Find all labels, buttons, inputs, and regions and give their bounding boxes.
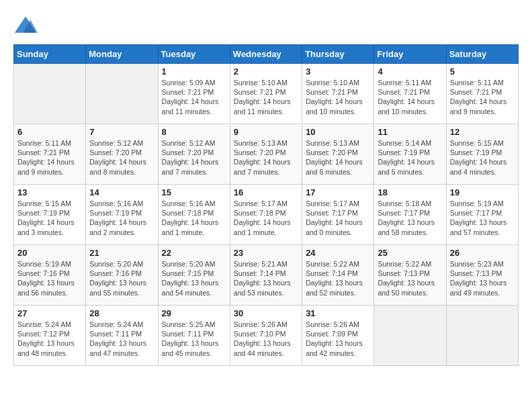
day-info: Sunrise: 5:22 AMSunset: 7:13 PMDaylight:… bbox=[378, 259, 442, 298]
calendar-table: SundayMondayTuesdayWednesdayThursdayFrid… bbox=[13, 44, 519, 366]
day-number: 28 bbox=[89, 308, 154, 318]
day-info: Sunrise: 5:15 AMSunset: 7:19 PMDaylight:… bbox=[17, 199, 82, 237]
day-number: 6 bbox=[17, 127, 82, 137]
calendar-cell: 25Sunrise: 5:22 AMSunset: 7:13 PMDayligh… bbox=[374, 245, 446, 306]
header-day: Saturday bbox=[446, 45, 518, 64]
day-number: 17 bbox=[306, 187, 370, 197]
day-number: 29 bbox=[162, 308, 226, 318]
day-info: Sunrise: 5:26 AMSunset: 7:10 PMDaylight:… bbox=[234, 320, 298, 358]
day-info: Sunrise: 5:13 AMSunset: 7:20 PMDaylight:… bbox=[234, 138, 298, 177]
day-number: 4 bbox=[378, 66, 442, 77]
day-info: Sunrise: 5:11 AMSunset: 7:21 PMDaylight:… bbox=[450, 78, 515, 116]
day-info: Sunrise: 5:15 AMSunset: 7:19 PMDaylight:… bbox=[450, 138, 515, 177]
day-number: 30 bbox=[234, 308, 298, 318]
calendar-cell: 18Sunrise: 5:18 AMSunset: 7:17 PMDayligh… bbox=[374, 185, 446, 245]
logo-icon bbox=[13, 13, 38, 38]
calendar-cell: 22Sunrise: 5:20 AMSunset: 7:15 PMDayligh… bbox=[158, 245, 230, 306]
day-number: 20 bbox=[17, 248, 82, 258]
day-info: Sunrise: 5:12 AMSunset: 7:20 PMDaylight:… bbox=[162, 138, 226, 177]
header-day: Thursday bbox=[302, 45, 374, 64]
day-number: 19 bbox=[450, 187, 515, 197]
day-number: 18 bbox=[378, 187, 442, 197]
day-number: 22 bbox=[162, 248, 226, 258]
calendar-cell: 17Sunrise: 5:17 AMSunset: 7:17 PMDayligh… bbox=[302, 185, 374, 245]
header-day: Tuesday bbox=[158, 45, 230, 64]
header-row: SundayMondayTuesdayWednesdayThursdayFrid… bbox=[14, 45, 519, 64]
calendar-cell: 4Sunrise: 5:11 AMSunset: 7:21 PMDaylight… bbox=[374, 64, 446, 124]
day-number: 21 bbox=[89, 248, 154, 258]
day-info: Sunrise: 5:19 AMSunset: 7:16 PMDaylight:… bbox=[17, 259, 82, 298]
day-info: Sunrise: 5:21 AMSunset: 7:14 PMDaylight:… bbox=[234, 259, 298, 298]
calendar-cell: 7Sunrise: 5:12 AMSunset: 7:20 PMDaylight… bbox=[86, 124, 158, 185]
day-number: 10 bbox=[306, 127, 370, 137]
calendar-cell bbox=[14, 64, 86, 124]
header-day: Monday bbox=[86, 45, 158, 64]
calendar-cell: 14Sunrise: 5:16 AMSunset: 7:19 PMDayligh… bbox=[86, 185, 158, 245]
day-info: Sunrise: 5:22 AMSunset: 7:14 PMDaylight:… bbox=[306, 259, 370, 298]
day-number: 5 bbox=[450, 66, 515, 77]
day-info: Sunrise: 5:14 AMSunset: 7:19 PMDaylight:… bbox=[378, 138, 442, 177]
day-info: Sunrise: 5:16 AMSunset: 7:19 PMDaylight:… bbox=[89, 199, 154, 237]
calendar-cell: 6Sunrise: 5:11 AMSunset: 7:21 PMDaylight… bbox=[14, 124, 86, 185]
calendar-cell: 11Sunrise: 5:14 AMSunset: 7:19 PMDayligh… bbox=[374, 124, 446, 185]
calendar-cell: 24Sunrise: 5:22 AMSunset: 7:14 PMDayligh… bbox=[302, 245, 374, 306]
day-info: Sunrise: 5:10 AMSunset: 7:21 PMDaylight:… bbox=[306, 78, 370, 116]
page-header bbox=[13, 13, 519, 38]
calendar-cell: 16Sunrise: 5:17 AMSunset: 7:18 PMDayligh… bbox=[230, 185, 302, 245]
calendar-cell: 10Sunrise: 5:13 AMSunset: 7:20 PMDayligh… bbox=[302, 124, 374, 185]
day-info: Sunrise: 5:20 AMSunset: 7:16 PMDaylight:… bbox=[89, 259, 154, 298]
day-info: Sunrise: 5:11 AMSunset: 7:21 PMDaylight:… bbox=[378, 78, 442, 116]
calendar-cell: 30Sunrise: 5:26 AMSunset: 7:10 PMDayligh… bbox=[230, 306, 302, 366]
day-info: Sunrise: 5:16 AMSunset: 7:18 PMDaylight:… bbox=[162, 199, 226, 237]
day-number: 26 bbox=[450, 248, 515, 258]
calendar-cell: 5Sunrise: 5:11 AMSunset: 7:21 PMDaylight… bbox=[446, 64, 518, 124]
calendar-cell: 20Sunrise: 5:19 AMSunset: 7:16 PMDayligh… bbox=[14, 245, 86, 306]
day-info: Sunrise: 5:13 AMSunset: 7:20 PMDaylight:… bbox=[306, 138, 370, 177]
day-info: Sunrise: 5:23 AMSunset: 7:13 PMDaylight:… bbox=[450, 259, 515, 298]
day-info: Sunrise: 5:11 AMSunset: 7:21 PMDaylight:… bbox=[17, 138, 82, 177]
calendar-cell bbox=[374, 306, 446, 366]
day-number: 14 bbox=[89, 187, 154, 197]
calendar-cell: 31Sunrise: 5:26 AMSunset: 7:09 PMDayligh… bbox=[302, 306, 374, 366]
calendar-cell: 19Sunrise: 5:19 AMSunset: 7:17 PMDayligh… bbox=[446, 185, 518, 245]
header-day: Sunday bbox=[14, 45, 86, 64]
day-info: Sunrise: 5:19 AMSunset: 7:17 PMDaylight:… bbox=[450, 199, 515, 237]
day-info: Sunrise: 5:17 AMSunset: 7:18 PMDaylight:… bbox=[234, 199, 298, 237]
day-info: Sunrise: 5:24 AMSunset: 7:12 PMDaylight:… bbox=[17, 320, 82, 358]
calendar-week-row: 6Sunrise: 5:11 AMSunset: 7:21 PMDaylight… bbox=[14, 124, 519, 185]
calendar-cell: 21Sunrise: 5:20 AMSunset: 7:16 PMDayligh… bbox=[86, 245, 158, 306]
calendar-cell: 27Sunrise: 5:24 AMSunset: 7:12 PMDayligh… bbox=[14, 306, 86, 366]
calendar-cell bbox=[446, 306, 518, 366]
day-number: 7 bbox=[89, 127, 154, 137]
day-number: 27 bbox=[17, 308, 82, 318]
day-info: Sunrise: 5:09 AMSunset: 7:21 PMDaylight:… bbox=[162, 78, 226, 116]
day-info: Sunrise: 5:17 AMSunset: 7:17 PMDaylight:… bbox=[306, 199, 370, 237]
calendar-week-row: 1Sunrise: 5:09 AMSunset: 7:21 PMDaylight… bbox=[14, 64, 519, 124]
day-number: 13 bbox=[17, 187, 82, 197]
calendar-cell: 1Sunrise: 5:09 AMSunset: 7:21 PMDaylight… bbox=[158, 64, 230, 124]
day-number: 15 bbox=[162, 187, 226, 197]
calendar-cell: 23Sunrise: 5:21 AMSunset: 7:14 PMDayligh… bbox=[230, 245, 302, 306]
calendar-cell: 2Sunrise: 5:10 AMSunset: 7:21 PMDaylight… bbox=[230, 64, 302, 124]
calendar-cell: 28Sunrise: 5:24 AMSunset: 7:11 PMDayligh… bbox=[86, 306, 158, 366]
logo bbox=[13, 13, 40, 38]
calendar-cell: 13Sunrise: 5:15 AMSunset: 7:19 PMDayligh… bbox=[14, 185, 86, 245]
day-info: Sunrise: 5:26 AMSunset: 7:09 PMDaylight:… bbox=[306, 320, 370, 358]
calendar-cell bbox=[86, 64, 158, 124]
day-info: Sunrise: 5:25 AMSunset: 7:11 PMDaylight:… bbox=[162, 320, 226, 358]
calendar-cell: 26Sunrise: 5:23 AMSunset: 7:13 PMDayligh… bbox=[446, 245, 518, 306]
calendar-cell: 3Sunrise: 5:10 AMSunset: 7:21 PMDaylight… bbox=[302, 64, 374, 124]
day-number: 1 bbox=[162, 66, 226, 77]
calendar-cell: 12Sunrise: 5:15 AMSunset: 7:19 PMDayligh… bbox=[446, 124, 518, 185]
day-number: 23 bbox=[234, 248, 298, 258]
header-day: Friday bbox=[374, 45, 446, 64]
day-number: 12 bbox=[450, 127, 515, 137]
day-number: 9 bbox=[234, 127, 298, 137]
calendar-cell: 15Sunrise: 5:16 AMSunset: 7:18 PMDayligh… bbox=[158, 185, 230, 245]
day-number: 3 bbox=[306, 66, 370, 77]
day-info: Sunrise: 5:10 AMSunset: 7:21 PMDaylight:… bbox=[234, 78, 298, 116]
day-info: Sunrise: 5:18 AMSunset: 7:17 PMDaylight:… bbox=[378, 199, 442, 237]
day-number: 24 bbox=[306, 248, 370, 258]
day-number: 11 bbox=[378, 127, 442, 137]
day-number: 31 bbox=[306, 308, 370, 318]
